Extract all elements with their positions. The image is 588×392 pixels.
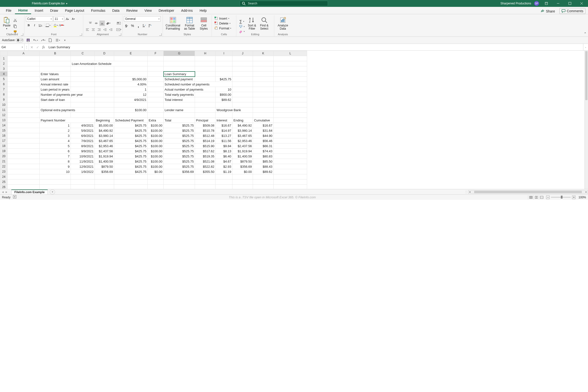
cell-E18[interactable]: $425.75 [114, 144, 148, 148]
minimize-button[interactable] [554, 0, 562, 7]
cell-D12[interactable] [95, 113, 114, 118]
cell-J2[interactable] [232, 61, 253, 66]
cell-F20[interactable]: $100.00 [148, 154, 164, 159]
cell-C18[interactable]: 8/9/2021 [71, 144, 95, 148]
cell-I23[interactable]: $1.19 [216, 169, 232, 174]
cell-I19[interactable]: $8.13 [216, 148, 232, 154]
cell-F9[interactable] [148, 97, 164, 102]
cell-J16[interactable]: $3,467.65 [232, 133, 253, 138]
cell-C25[interactable] [71, 180, 95, 184]
cell-G24[interactable] [164, 174, 195, 180]
column-header-H[interactable]: H [195, 51, 216, 56]
cell-E7[interactable]: 1 [114, 87, 148, 92]
cell-B26[interactable] [40, 184, 71, 189]
row-header-5[interactable]: 5 [0, 77, 8, 82]
column-header-L[interactable]: L [274, 51, 307, 56]
new-file-button[interactable] [48, 38, 53, 43]
cell-D16[interactable]: $3,980.14 [95, 133, 114, 138]
decrease-font-button[interactable]: A▾ [70, 16, 76, 22]
cell-L8[interactable] [274, 92, 307, 97]
cell-J6[interactable] [232, 82, 253, 87]
cell-C24[interactable] [71, 174, 95, 180]
comments-button[interactable]: Comments [559, 8, 586, 14]
cell-F21[interactable]: $100.00 [148, 159, 164, 164]
cell-A22[interactable] [8, 164, 40, 169]
cell-H25[interactable] [195, 180, 216, 184]
cell-H26[interactable] [195, 184, 216, 189]
cell-E9[interactable]: 4/9/2021 [114, 97, 148, 102]
column-header-B[interactable]: B [40, 51, 71, 56]
cell-K10[interactable] [253, 102, 274, 108]
cell-H16[interactable]: $512.48 [195, 133, 216, 138]
cell-G8[interactable]: Total early payments [164, 92, 195, 97]
cell-J10[interactable] [232, 102, 253, 108]
row-header-13[interactable]: 13 [0, 118, 8, 123]
wrap-text-button[interactable]: ab [115, 20, 122, 26]
cell-E26[interactable] [114, 184, 148, 189]
cell-D18[interactable]: $2,953.46 [95, 144, 114, 148]
row-header-6[interactable]: 6 [0, 82, 8, 87]
cell-D22[interactable]: $879.50 [95, 164, 114, 169]
cell-G14[interactable]: $525.75 [164, 123, 195, 128]
cell-C7[interactable] [71, 87, 95, 92]
row-header-17[interactable]: 17 [0, 138, 8, 144]
filename-area[interactable]: FileInfo.com Example.tsv ▾ [32, 2, 67, 5]
sheet-nav-prev[interactable]: ◄ [2, 190, 4, 194]
tab-help[interactable]: Help [196, 8, 210, 14]
enter-formula-button[interactable]: ✓ [35, 44, 41, 50]
dialog-launcher[interactable] [21, 33, 23, 36]
tab-draw[interactable]: Draw [46, 8, 62, 14]
cell-K9[interactable] [253, 97, 274, 102]
cell-K5[interactable] [253, 77, 274, 82]
percent-format-button[interactable]: % [130, 23, 135, 28]
tab-formulas[interactable]: Formulas [88, 8, 109, 14]
cell-J13[interactable]: Ending [232, 118, 253, 123]
fill-color-button[interactable]: ▾ [53, 22, 58, 28]
cell-B12[interactable] [40, 113, 71, 118]
collapse-ribbon-button[interactable]: ⌃ [584, 32, 586, 36]
cell-B2[interactable] [40, 61, 71, 66]
cell-K2[interactable] [253, 61, 274, 66]
cell-F7[interactable] [148, 87, 164, 92]
cell-D17[interactable]: $3,467.65 [95, 138, 114, 144]
maximize-button[interactable] [566, 0, 574, 7]
row-header-15[interactable]: 15 [0, 128, 8, 133]
italic-button[interactable]: I [32, 22, 37, 28]
cell-K18[interactable]: $66.31 [253, 144, 274, 148]
accounting-format-button[interactable]: $▾ [124, 23, 129, 28]
search-input[interactable]: Search [240, 1, 328, 6]
cell-F2[interactable] [148, 61, 164, 66]
column-header-I[interactable]: I [216, 51, 232, 56]
cell-A17[interactable] [8, 138, 40, 144]
sheet-tab[interactable]: FileInfo.com Example [11, 190, 48, 194]
dialog-launcher[interactable] [159, 33, 162, 36]
increase-font-button[interactable]: A▴ [65, 16, 70, 22]
cell-K24[interactable] [253, 174, 274, 180]
delete-cells-button[interactable]: Delete ▾ [213, 21, 234, 26]
cell-C9[interactable] [71, 97, 95, 102]
cell-I8[interactable]: $900.00 [216, 92, 232, 97]
tab-developer[interactable]: Developer [155, 8, 178, 14]
cell-J14[interactable]: $4,490.92 [232, 123, 253, 128]
cell-L21[interactable] [274, 159, 307, 164]
cell-B19[interactable]: 6 [40, 148, 71, 154]
cell-D14[interactable]: $5,000.00 [95, 123, 114, 128]
cell-H1[interactable] [195, 56, 216, 61]
name-box[interactable]: G4▾ [0, 44, 24, 50]
dialog-launcher[interactable] [80, 33, 82, 36]
cell-J3[interactable] [232, 66, 253, 72]
cell-C14[interactable]: 4/9/2021 [71, 123, 95, 128]
cell-K14[interactable]: $16.67 [253, 123, 274, 128]
row-header-9[interactable]: 9 [0, 97, 8, 102]
cell-J8[interactable] [232, 92, 253, 97]
fill-button[interactable]: ▾ [238, 24, 246, 29]
cell-E14[interactable]: $425.75 [114, 123, 148, 128]
merge-center-button[interactable]: ▾ [115, 27, 122, 32]
row-header-8[interactable]: 8 [0, 92, 8, 97]
cell-K19[interactable]: $74.43 [253, 148, 274, 154]
cell-E20[interactable]: $425.75 [114, 154, 148, 159]
cell-H23[interactable]: $355.50 [195, 169, 216, 174]
cell-I9[interactable]: $89.62 [216, 97, 232, 102]
tab-review[interactable]: Review [123, 8, 141, 14]
cell-G4[interactable]: Loan Summary [164, 72, 195, 77]
